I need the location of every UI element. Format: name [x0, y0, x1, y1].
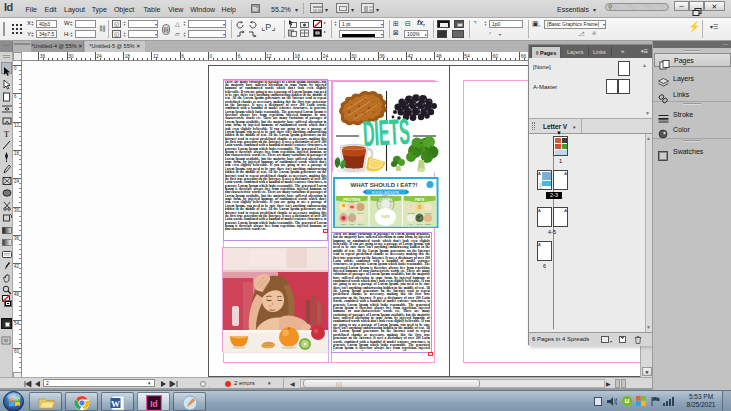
svg-text:CHEESE: CHEESE [424, 211, 432, 213]
svg-text:OIL: OIL [418, 211, 421, 213]
svg-text:FISH: FISH [350, 211, 355, 213]
svg-text:PORK: PORK [349, 222, 355, 224]
svg-text:FATS: FATS [415, 197, 425, 201]
svg-text:PLATE: PLATE [381, 215, 390, 219]
svg-text:OLIVE: OLIVE [417, 222, 423, 224]
svg-text:W: W [111, 398, 120, 408]
svg-text:EGGS: EGGS [358, 222, 364, 224]
svg-text:FOOD GROUPS: FOOD GROUPS [372, 190, 400, 194]
svg-text:SEEDS: SEEDS [425, 222, 432, 224]
svg-text:BUTTER: BUTTER [407, 211, 415, 213]
svg-text:DIETS: DIETS [362, 110, 411, 153]
svg-text:WHAT SHOULD I EAT?!: WHAT SHOULD I EAT?! [351, 182, 418, 188]
svg-text:PROTEIN: PROTEIN [343, 197, 360, 201]
svg-text:NUTS: NUTS [358, 211, 364, 213]
svg-text:Id: Id [150, 398, 158, 408]
